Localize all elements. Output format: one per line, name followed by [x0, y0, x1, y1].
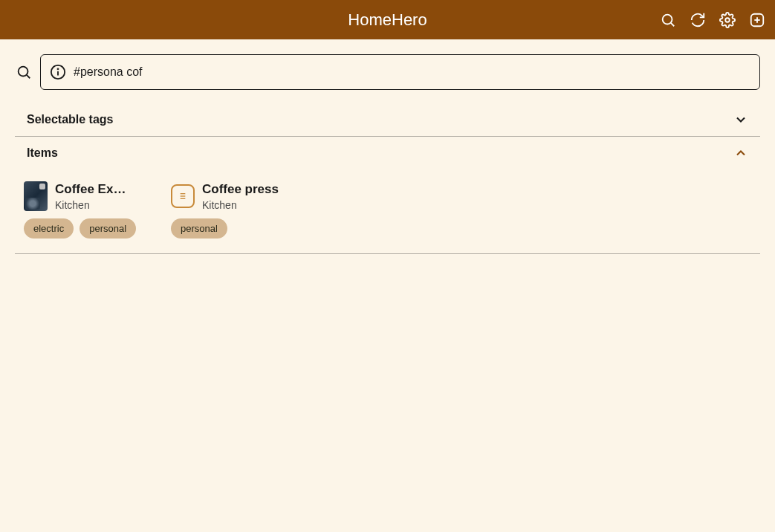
chevron-down-icon [733, 112, 748, 127]
add-icon[interactable] [748, 11, 766, 29]
info-icon[interactable] [50, 64, 66, 80]
item-card[interactable]: Coffee Ex… Kitchen electric personal [24, 181, 150, 239]
svg-point-6 [19, 67, 28, 77]
items-grid: Coffee Ex… Kitchen electric personal Cof… [15, 169, 760, 253]
item-header: Coffee press Kitchen [171, 181, 297, 211]
selectable-tags-header[interactable]: Selectable tags [15, 103, 760, 136]
svg-point-0 [663, 14, 672, 24]
item-name: Coffee press [202, 181, 297, 198]
chevron-up-icon [733, 146, 748, 160]
item-thumbnail-icon [171, 184, 195, 208]
search-icon[interactable] [659, 11, 677, 29]
item-thumbnail [24, 181, 48, 211]
items-header[interactable]: Items [15, 137, 760, 169]
app-title: HomeHero [348, 10, 427, 30]
items-title: Items [27, 146, 58, 160]
svg-point-10 [58, 68, 59, 69]
search-box[interactable] [40, 54, 760, 90]
svg-point-2 [725, 18, 730, 22]
search-icon[interactable] [15, 63, 33, 81]
item-text: Coffee press Kitchen [202, 181, 297, 211]
item-location: Kitchen [202, 199, 297, 211]
app-bar: HomeHero [0, 0, 775, 39]
selectable-tags-title: Selectable tags [27, 113, 114, 126]
main-content: Selectable tags Items Coffee Ex… Kitchen… [0, 39, 775, 254]
refresh-icon[interactable] [689, 11, 707, 29]
tag-chip[interactable]: electric [24, 218, 74, 239]
item-location: Kitchen [55, 199, 150, 211]
item-text: Coffee Ex… Kitchen [55, 181, 150, 211]
appbar-actions [659, 11, 766, 29]
divider [15, 253, 760, 254]
svg-line-1 [671, 22, 674, 25]
settings-icon[interactable] [719, 11, 736, 29]
item-name: Coffee Ex… [55, 181, 150, 198]
tag-row: electric personal [24, 218, 150, 239]
tag-row: personal [171, 218, 297, 239]
tag-chip[interactable]: personal [171, 218, 227, 239]
tag-chip[interactable]: personal [80, 218, 136, 239]
item-card[interactable]: Coffee press Kitchen personal [171, 181, 297, 239]
svg-line-7 [27, 75, 30, 78]
item-header: Coffee Ex… Kitchen [24, 181, 150, 211]
search-row [15, 54, 760, 90]
search-input[interactable] [74, 65, 750, 79]
